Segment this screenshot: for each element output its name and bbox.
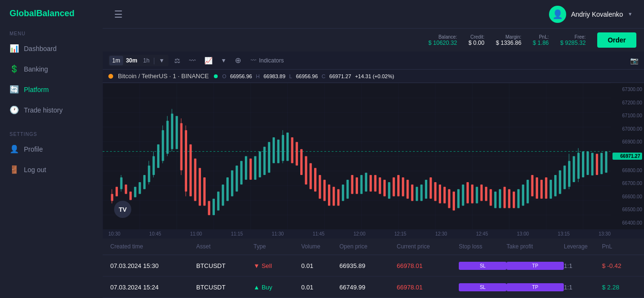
tf-1h-button[interactable]: 1h <box>140 56 152 65</box>
platform-icon: 🔄 <box>10 85 19 94</box>
time-1030: 10:30 <box>108 231 120 236</box>
free-value: $ 9285.32 <box>560 40 585 46</box>
current-price-1: 66978.01 <box>397 262 459 269</box>
bitcoin-icon <box>108 74 113 79</box>
svg-rect-55 <box>305 156 307 185</box>
col-asset: Asset <box>196 243 253 250</box>
topbar-right: 👤 Andriy Kovalenko ▼ <box>549 6 633 23</box>
balance-item-free: Free: $ 9285.32 <box>560 34 585 46</box>
symbol-bar: Bitcoin / TetherUS · 1 · BINANCE O66956.… <box>103 70 644 83</box>
svg-rect-48 <box>277 140 280 164</box>
sell-arrow-icon: ▼ <box>253 262 260 269</box>
svg-rect-121 <box>601 153 603 175</box>
asset-2: BTCUSDT <box>196 284 253 291</box>
chart-tool-2-button[interactable]: 〰 <box>186 55 199 66</box>
stop-loss-button-1[interactable]: SL <box>459 262 507 270</box>
sidebar-item-logout[interactable]: 🚪 Log out <box>0 159 103 180</box>
svg-rect-75 <box>397 175 400 196</box>
table-header: Created time Asset Type Volume Open pric… <box>103 238 644 255</box>
balance-value: $ 10620.32 <box>428 40 457 46</box>
take-profit-button-2[interactable]: TP <box>507 283 564 291</box>
time-1245: 12:45 <box>476 231 488 236</box>
svg-rect-119 <box>591 153 593 176</box>
svg-rect-92 <box>476 187 478 204</box>
chart-type-button[interactable]: 📈 <box>201 55 215 66</box>
chart-type-more-button[interactable]: ▼ <box>218 56 230 65</box>
price-change: +14.31 (+0.02%) <box>355 73 394 79</box>
svg-rect-68 <box>365 173 367 192</box>
svg-rect-12 <box>143 175 146 189</box>
timeframe-group: 1m 30m 1h | ▼ <box>108 55 169 66</box>
indicators-icon: 〰 <box>251 57 256 64</box>
sidebar-item-banking[interactable]: 💲 Banking <box>0 59 103 79</box>
trades-table: Created time Asset Type Volume Open pric… <box>103 238 644 298</box>
col-stop-loss: Stop loss <box>459 243 507 250</box>
svg-rect-54 <box>300 149 303 175</box>
margin-value: $ 1336.86 <box>496 40 521 46</box>
sidebar-item-label: Dashboard <box>24 45 57 52</box>
sidebar-item-profile[interactable]: 👤 Profile <box>0 139 103 159</box>
svg-rect-72 <box>383 180 386 196</box>
tf-30m-button[interactable]: 30m <box>123 56 140 65</box>
balance-item-pnl: PnL: $ 1.86 <box>533 34 549 46</box>
tf-more-button[interactable]: ▼ <box>156 56 168 65</box>
ohlc-info: O66956.96 H66983.89 L66956.96 C66971.27 … <box>222 73 394 79</box>
sidebar-item-dashboard[interactable]: 📊 Dashboard <box>0 38 103 59</box>
open-price-1: 66935.89 <box>339 262 397 269</box>
menu-section-label: MENU <box>0 27 103 38</box>
tf-1m-button[interactable]: 1m <box>109 56 123 65</box>
stop-loss-button-2[interactable]: SL <box>459 283 507 291</box>
sidebar-item-label: Trade history <box>24 106 63 114</box>
chart-controls-left: 1m 30m 1h | ▼ ⚖ 〰 📈 ▼ ⊕ 〰 Indicators <box>108 54 288 66</box>
open-value: 66956.96 <box>230 73 252 79</box>
svg-rect-120 <box>596 154 598 175</box>
price-66500: 66500.00 <box>612 207 642 212</box>
time-1130: 11:30 <box>272 231 284 236</box>
status-dot <box>214 74 218 78</box>
indicators-button[interactable]: 〰 Indicators <box>247 56 287 65</box>
screenshot-icon[interactable]: 📷 <box>630 57 638 64</box>
chart-area: 67300.00 67200.00 67100.00 67000.00 6690… <box>103 83 644 229</box>
svg-rect-76 <box>402 177 404 196</box>
dashboard-icon: 📊 <box>10 44 19 53</box>
svg-rect-71 <box>379 177 381 194</box>
svg-rect-112 <box>568 161 570 186</box>
col-type: Type <box>253 243 301 250</box>
svg-rect-60 <box>328 185 330 206</box>
time-1300: 13:00 <box>517 231 529 236</box>
pnl-2: $ 2.28 <box>602 284 644 291</box>
banking-icon: 💲 <box>10 64 19 73</box>
volume-1: 0.01 <box>301 262 339 269</box>
svg-rect-89 <box>462 185 465 206</box>
svg-rect-67 <box>360 175 363 194</box>
svg-rect-33 <box>208 201 211 216</box>
margin-label: Margin: <box>506 34 521 40</box>
svg-rect-22 <box>171 113 173 149</box>
type-1: ▼ Sell <box>253 262 301 269</box>
main-content: ☰ 👤 Andriy Kovalenko ▼ Balance: $ 10620.… <box>103 0 644 298</box>
svg-rect-57 <box>314 168 317 192</box>
price-axis: 67300.00 67200.00 67100.00 67000.00 6690… <box>611 83 644 229</box>
svg-rect-102 <box>522 185 524 206</box>
svg-rect-88 <box>457 189 460 208</box>
svg-rect-95 <box>490 189 492 206</box>
time-1115: 11:15 <box>231 231 243 236</box>
sidebar-item-platform[interactable]: 🔄 Platform <box>0 79 103 100</box>
svg-rect-25 <box>180 123 183 170</box>
sidebar-item-label: Banking <box>24 65 48 73</box>
svg-rect-59 <box>323 180 326 201</box>
current-price-tag: 66971.27 <box>612 153 642 160</box>
take-profit-button-1[interactable]: TP <box>507 262 564 270</box>
hamburger-menu-icon[interactable]: ☰ <box>114 9 123 20</box>
svg-rect-85 <box>443 187 446 204</box>
order-button[interactable]: Order <box>597 32 636 48</box>
indicators-label: Indicators <box>259 57 284 64</box>
add-indicator-button[interactable]: ⊕ <box>232 54 244 66</box>
col-open-price: Open price <box>339 243 397 250</box>
svg-rect-84 <box>439 185 441 204</box>
svg-rect-62 <box>337 189 339 206</box>
sidebar-item-label: Platform <box>24 86 49 93</box>
chart-tool-1-button[interactable]: ⚖ <box>171 55 183 66</box>
svg-rect-80 <box>420 185 422 201</box>
sidebar-item-trade-history[interactable]: 🕐 Trade history <box>0 100 103 120</box>
